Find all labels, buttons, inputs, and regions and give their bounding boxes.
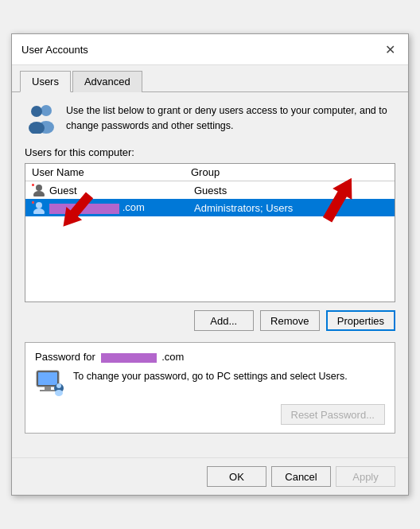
info-row: Use the list below to grant or deny user…: [25, 103, 395, 135]
tab-bar: Users Advanced: [12, 65, 408, 92]
svg-rect-15: [40, 390, 56, 391]
pc-user-icon: [35, 369, 64, 398]
dialog-title: User Accounts: [21, 44, 88, 56]
properties-button[interactable]: Properties: [326, 310, 395, 331]
svg-point-18: [55, 390, 63, 396]
tab-users[interactable]: Users: [20, 71, 71, 92]
table-row[interactable]: Guest Guests: [25, 181, 395, 199]
apply-button[interactable]: Apply: [336, 466, 395, 487]
svg-point-5: [33, 191, 45, 196]
section-label: Users for this computer:: [25, 146, 395, 158]
user-row-icon: [32, 184, 46, 196]
svg-rect-6: [32, 184, 34, 186]
password-text: To change your password, go to PC settin…: [73, 369, 348, 384]
table-header: User Name Group: [25, 164, 395, 181]
user-name-cell: Guest: [49, 185, 194, 196]
reset-btn-row: Reset Password...: [35, 404, 385, 425]
col-username-header: User Name: [32, 166, 191, 178]
password-inner: To change your password, go to PC settin…: [35, 369, 385, 398]
info-text: Use the list below to grant or deny user…: [66, 103, 395, 134]
svg-point-0: [41, 105, 52, 116]
user-action-buttons: Add... Remove Properties: [25, 310, 395, 331]
password-title: Password for .com: [35, 351, 385, 363]
svg-point-7: [36, 202, 42, 208]
tab-advanced[interactable]: Advanced: [72, 71, 142, 92]
ok-button[interactable]: OK: [207, 466, 266, 487]
svg-point-4: [36, 185, 42, 191]
dialog-footer: OK Cancel Apply: [12, 457, 408, 495]
reset-password-button: Reset Password...: [281, 404, 386, 425]
col-group-header: Group: [191, 166, 388, 178]
highlighted-name: [49, 204, 119, 214]
tab-content: Use the list below to grant or deny user…: [12, 92, 408, 457]
user-table: User Name Group Guest Guests: [25, 163, 395, 302]
add-button[interactable]: Add...: [194, 310, 254, 331]
user-row-icon-selected: [32, 201, 46, 214]
close-button[interactable]: ✕: [381, 41, 399, 58]
user-name-cell-selected: .com: [49, 201, 194, 213]
svg-rect-14: [45, 387, 51, 390]
user-group-cell: Guests: [194, 185, 388, 196]
table-row[interactable]: .com Administrators; Users: [25, 199, 395, 216]
svg-rect-13: [38, 372, 57, 385]
table-wrapper: User Name Group Guest Guests: [25, 163, 395, 302]
title-bar: User Accounts ✕: [12, 34, 408, 65]
remove-button[interactable]: Remove: [260, 310, 320, 331]
svg-point-8: [33, 208, 45, 214]
password-section: Password for .com To change yo: [25, 342, 395, 434]
svg-point-2: [31, 106, 42, 117]
svg-point-17: [56, 383, 61, 388]
password-user-highlight: [101, 353, 157, 363]
svg-rect-9: [32, 201, 34, 204]
cancel-button[interactable]: Cancel: [271, 466, 331, 487]
user-accounts-dialog: User Accounts ✕ Users Advanced: [11, 33, 409, 496]
user-group-cell-selected: Administrators; Users: [194, 202, 388, 214]
users-icon: [25, 103, 56, 135]
